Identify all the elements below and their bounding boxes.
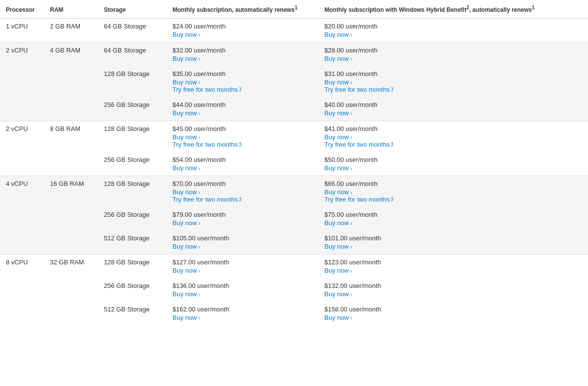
buy-now-link[interactable]: Buy now › <box>172 78 200 86</box>
ram-cell <box>44 302 98 325</box>
storage-cell: 256 GB Storage <box>98 152 167 176</box>
table-row: 128 GB Storage$35.00 user/monthBuy now ›… <box>0 66 588 97</box>
buy-now-link[interactable]: Buy now › <box>172 109 200 117</box>
price-cell: $24.00 user/monthBuy now › <box>167 19 318 43</box>
hybrid-price-value: $101.00 user/month <box>324 234 582 242</box>
table-row: 2 vCPU4 GB RAM64 GB Storage$32.00 user/m… <box>0 43 588 67</box>
processor-cell: 4 vCPU <box>0 176 44 207</box>
storage-cell: 256 GB Storage <box>98 207 167 231</box>
buy-now-link[interactable]: Buy now › <box>172 243 200 250</box>
storage-cell: 128 GB Storage <box>98 255 167 279</box>
buy-now-hybrid-link[interactable]: Buy now › <box>324 78 352 86</box>
buy-now-hybrid-link[interactable]: Buy now › <box>324 243 352 250</box>
hybrid-price-cell: $28.00 user/monthBuy now › <box>318 43 588 67</box>
price-value: $162.00 user/month <box>172 306 313 313</box>
hybrid-price-cell: $50.00 user/monthBuy now › <box>318 152 588 176</box>
try-free-link[interactable]: Try free for two months 3 <box>172 86 242 93</box>
buy-now-hybrid-link[interactable]: Buy now › <box>324 31 352 38</box>
price-value: $32.00 user/month <box>172 47 313 54</box>
hybrid-price-value: $31.00 user/month <box>324 70 582 77</box>
hybrid-price-value: $41.00 user/month <box>324 125 582 132</box>
buy-now-hybrid-link[interactable]: Buy now › <box>324 267 352 274</box>
buy-now-hybrid-link[interactable]: Buy now › <box>324 55 352 62</box>
ram-cell: 2 GB RAM <box>44 19 98 43</box>
buy-now-hybrid-link[interactable]: Buy now › <box>324 290 352 298</box>
pricing-table: Processor RAM Storage Monthly subscripti… <box>0 0 588 325</box>
ram-cell: 8 GB RAM <box>44 121 98 153</box>
processor-cell: 8 vCPU <box>0 255 44 279</box>
hybrid-price-value: $75.00 user/month <box>324 211 582 218</box>
storage-cell: 256 GB Storage <box>98 97 167 121</box>
try-free-link[interactable]: Try free for two months 3 <box>172 141 242 148</box>
buy-now-link[interactable]: Buy now › <box>172 164 200 172</box>
buy-now-hybrid-link[interactable]: Buy now › <box>324 219 352 227</box>
hybrid-price-cell: $101.00 user/monthBuy now › <box>318 231 588 255</box>
monthly-sub-header: Monthly subscription, automatically rene… <box>167 0 318 19</box>
hybrid-price-value: $66.00 user/month <box>324 180 582 187</box>
processor-cell: 2 vCPU <box>0 121 44 153</box>
try-free-hybrid-link[interactable]: Try free for two months 3 <box>324 196 393 203</box>
buy-now-link[interactable]: Buy now › <box>172 133 200 141</box>
price-cell: $70.00 user/monthBuy now ›Try free for t… <box>167 176 318 207</box>
price-value: $70.00 user/month <box>172 180 313 187</box>
table-row: 4 vCPU16 GB RAM128 GB Storage$70.00 user… <box>0 176 588 207</box>
hybrid-price-value: $28.00 user/month <box>324 47 582 54</box>
buy-now-link[interactable]: Buy now › <box>172 55 200 62</box>
buy-now-link[interactable]: Buy now › <box>172 267 200 274</box>
storage-cell: 64 GB Storage <box>98 19 167 43</box>
hybrid-price-cell: $123.00 user/monthBuy now › <box>318 255 588 279</box>
try-free-link[interactable]: Try free for two months 3 <box>172 196 242 203</box>
ram-cell: 4 GB RAM <box>44 43 98 67</box>
price-value: $127.00 user/month <box>172 258 313 266</box>
price-cell: $162.00 user/monthBuy now › <box>167 302 318 325</box>
buy-now-hybrid-link[interactable]: Buy now › <box>324 109 352 117</box>
processor-cell <box>0 97 44 121</box>
table-row: 512 GB Storage$162.00 user/monthBuy now … <box>0 302 588 325</box>
processor-cell <box>0 302 44 325</box>
price-cell: $32.00 user/monthBuy now › <box>167 43 318 67</box>
processor-cell <box>0 231 44 255</box>
hybrid-price-value: $132.00 user/month <box>324 282 582 289</box>
processor-cell <box>0 207 44 231</box>
storage-header: Storage <box>98 0 167 19</box>
price-cell: $127.00 user/monthBuy now › <box>167 255 318 279</box>
processor-header: Processor <box>0 0 44 19</box>
price-value: $54.00 user/month <box>172 156 313 163</box>
price-value: $35.00 user/month <box>172 70 313 77</box>
price-cell: $79.00 user/monthBuy now › <box>167 207 318 231</box>
hybrid-price-value: $20.00 user/month <box>324 23 582 30</box>
price-value: $79.00 user/month <box>172 211 313 218</box>
buy-now-hybrid-link[interactable]: Buy now › <box>324 314 352 321</box>
hybrid-price-cell: $75.00 user/monthBuy now › <box>318 207 588 231</box>
processor-cell <box>0 66 44 97</box>
buy-now-link[interactable]: Buy now › <box>172 219 200 227</box>
buy-now-hybrid-link[interactable]: Buy now › <box>324 164 352 172</box>
table-row: 256 GB Storage$79.00 user/monthBuy now ›… <box>0 207 588 231</box>
table-row: 2 vCPU8 GB RAM128 GB Storage$45.00 user/… <box>0 121 588 153</box>
buy-now-link[interactable]: Buy now › <box>172 31 200 38</box>
processor-cell: 2 vCPU <box>0 43 44 67</box>
ram-cell <box>44 66 98 97</box>
buy-now-link[interactable]: Buy now › <box>172 314 200 321</box>
buy-now-hybrid-link[interactable]: Buy now › <box>324 133 352 141</box>
buy-now-link[interactable]: Buy now › <box>172 188 200 196</box>
storage-cell: 256 GB Storage <box>98 278 167 302</box>
ram-cell <box>44 207 98 231</box>
ram-cell <box>44 278 98 302</box>
table-row: 512 GB Storage$105.00 user/monthBuy now … <box>0 231 588 255</box>
ram-cell <box>44 152 98 176</box>
try-free-hybrid-link[interactable]: Try free for two months 3 <box>324 141 393 148</box>
buy-now-hybrid-link[interactable]: Buy now › <box>324 188 352 196</box>
ram-header: RAM <box>44 0 98 19</box>
ram-cell <box>44 231 98 255</box>
hybrid-price-value: $158.00 user/month <box>324 306 582 313</box>
price-cell: $136.00 user/monthBuy now › <box>167 278 318 302</box>
storage-cell: 128 GB Storage <box>98 121 167 153</box>
hybrid-price-cell: $132.00 user/monthBuy now › <box>318 278 588 302</box>
processor-cell <box>0 278 44 302</box>
hybrid-price-cell: $31.00 user/monthBuy now ›Try free for t… <box>318 66 588 97</box>
pricing-table-container: Processor RAM Storage Monthly subscripti… <box>0 0 588 325</box>
hybrid-price-value: $50.00 user/month <box>324 156 582 163</box>
try-free-hybrid-link[interactable]: Try free for two months 3 <box>324 86 393 93</box>
buy-now-link[interactable]: Buy now › <box>172 290 200 298</box>
